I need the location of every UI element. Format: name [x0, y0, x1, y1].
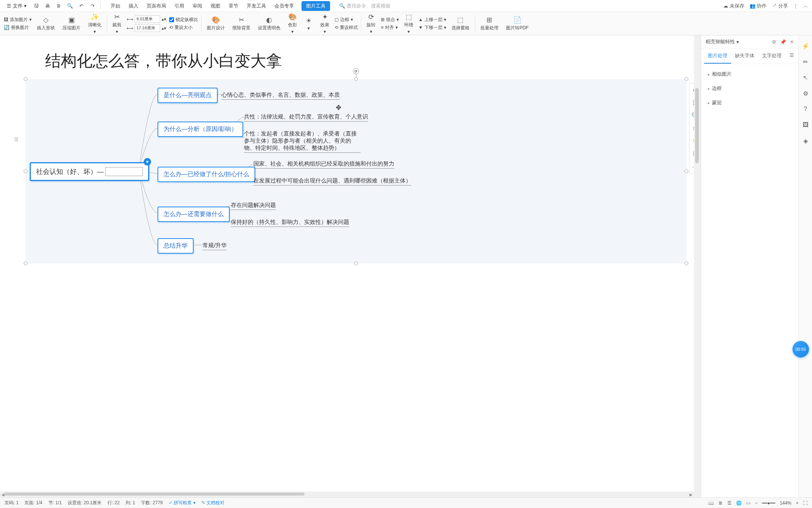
rail-adjust-icon[interactable]: ⚙ — [801, 89, 810, 98]
zoom-tool-icon[interactable]: 🔍 — [689, 109, 694, 122]
undo-icon[interactable]: ↶ — [76, 1, 86, 11]
view-page-icon[interactable]: 🗎 — [718, 500, 723, 506]
proofread-button[interactable]: ✎ 文档校对 — [201, 500, 224, 506]
insert-shape-button[interactable]: ◇插入形状 — [35, 16, 57, 31]
menu-tab[interactable]: 图片工具 — [301, 1, 330, 11]
menu-tab[interactable]: 审阅 — [192, 1, 203, 11]
lock-ratio-checkbox[interactable]: 锁定纵横比 — [169, 17, 198, 23]
menu-tab[interactable]: 引用 — [174, 1, 185, 11]
more-icon[interactable]: ⋮ — [793, 3, 798, 9]
zoom-value[interactable]: 144% — [780, 500, 791, 506]
zoom-out-icon[interactable]: − — [755, 500, 757, 506]
collapse-tool-icon[interactable]: ⊖ — [689, 84, 694, 96]
menu-tab[interactable]: 开始 — [110, 1, 121, 11]
zoom-slider[interactable]: ━━●━━ — [762, 500, 775, 506]
preview-icon[interactable]: 🗎 — [54, 1, 64, 11]
vertical-scrollbar[interactable] — [694, 35, 701, 497]
rail-tools-icon[interactable]: ⚡ — [801, 41, 810, 50]
view-mode-icon[interactable]: 📖 — [708, 500, 714, 506]
rail-ai-icon[interactable]: ◈ — [801, 136, 810, 145]
save-icon[interactable]: 🖫 — [31, 1, 41, 11]
horizontal-scrollbar[interactable]: ◀▶ — [0, 491, 694, 497]
print-icon[interactable]: 🖶 — [42, 1, 52, 11]
border-button[interactable]: ▢ 边框 ▾ — [335, 17, 358, 23]
resize-handle[interactable] — [354, 77, 358, 81]
mindmap-image[interactable]: ⟳ — [26, 79, 686, 263]
align-button[interactable]: ≡ 对齐 ▾ — [381, 24, 399, 31]
copy-tool-icon[interactable]: ⎘ — [689, 148, 694, 160]
panel-item[interactable]: 蒙层 — [701, 96, 798, 110]
replace-image-button[interactable]: 🔄替换图片 — [4, 24, 32, 31]
resize-handle[interactable] — [354, 262, 358, 265]
unsaved-indicator[interactable]: ☁ 未保存 — [723, 3, 744, 9]
add-image-button[interactable]: 🖼添加图片 ▾ — [4, 17, 32, 23]
redo-icon[interactable]: ↷ — [88, 1, 97, 11]
resize-handle[interactable] — [24, 169, 27, 173]
color-button[interactable]: 🎨色彩 ▾ — [286, 13, 299, 34]
resize-handle[interactable] — [685, 77, 688, 81]
timer-badge[interactable]: 00:55 — [792, 341, 809, 357]
rail-edit-icon[interactable]: ✏ — [801, 57, 810, 66]
crop-button[interactable]: ✂裁剪 ▾ — [110, 13, 124, 34]
select-pane-button[interactable]: ⬚选择窗格 — [449, 16, 472, 31]
resize-handle[interactable] — [24, 262, 27, 265]
image-design-button[interactable]: 🎨图片设计 — [205, 16, 227, 31]
menu-tab[interactable]: 插入 — [128, 1, 139, 11]
idea-tool-icon[interactable]: 💡 — [689, 135, 694, 148]
settings-icon[interactable]: ⚙ — [772, 39, 776, 45]
menu-tab[interactable]: 页面布局 — [146, 1, 167, 11]
resize-handle[interactable] — [685, 262, 688, 265]
combine-button[interactable]: ⊞ 组合 ▾ — [381, 17, 399, 23]
effect-button[interactable]: ✦效果 ▾ — [318, 13, 332, 34]
file-menu[interactable]: ☰ 文件 ▾ — [4, 2, 30, 10]
width-input[interactable]: ⟷ 9.01厘米 ▴▾ — [127, 15, 166, 23]
collab-button[interactable]: 👥 协作 — [750, 3, 767, 9]
height-input[interactable]: ⟷ 17.18厘米 ▴▾ — [127, 24, 166, 32]
collapse-badge[interactable]: ▼ — [144, 158, 151, 166]
remove-bg-button[interactable]: ✂抠除背景 — [230, 16, 253, 31]
reset-size-button[interactable]: ⟲ 重设大小 — [169, 24, 198, 31]
menu-tab[interactable]: 开发工具 — [246, 1, 267, 11]
view-web-icon[interactable]: 🌐 — [736, 500, 742, 506]
fullscreen-icon[interactable]: ⛶ — [803, 500, 807, 506]
view-read-icon[interactable]: ▭ — [746, 500, 750, 506]
batch-button[interactable]: ⊞批量处理 — [478, 16, 501, 31]
menu-tab[interactable]: 视图 — [210, 1, 221, 11]
collapse-ribbon-icon[interactable]: ︿ — [803, 3, 808, 9]
pin-icon[interactable]: 📌 — [780, 39, 786, 45]
panel-tab[interactable]: 缺失字体 — [731, 49, 758, 64]
clarity-button[interactable]: ✨清晰化 ▾ — [86, 13, 104, 34]
close-panel-icon[interactable]: ✕ — [790, 39, 794, 45]
view-outline-icon[interactable]: ☰ — [727, 500, 732, 506]
layout-tool-icon[interactable]: ☰ — [689, 96, 694, 109]
panel-menu-icon[interactable]: ☰ — [788, 49, 795, 64]
panel-title[interactable]: 稻壳智能特性 ▾ — [706, 38, 739, 45]
resize-handle[interactable] — [685, 169, 688, 173]
brightness-icon[interactable]: ☀▾ — [302, 17, 315, 31]
search-doc-icon[interactable]: 🔍 — [65, 1, 75, 11]
menu-tab[interactable]: 章节 — [228, 1, 239, 11]
menu-tab[interactable]: 会员专享 — [274, 1, 295, 11]
rail-photo-icon[interactable]: 🖼 — [801, 120, 810, 129]
share-button[interactable]: ↗ 分享 — [772, 3, 788, 9]
crop-tool-icon[interactable]: ✂ — [689, 122, 694, 135]
wrap-button[interactable]: ⬚环绕 ▾ — [402, 13, 415, 34]
zoom-in-icon[interactable]: + — [796, 500, 798, 506]
transparency-button[interactable]: ◐设置透明色 — [256, 16, 283, 31]
rotate-button[interactable]: ⟳旋转 ▾ — [364, 13, 378, 34]
down-layer-button[interactable]: ▼ 下移一层 ▾ — [418, 24, 446, 31]
panel-item[interactable]: 相似图片 — [701, 67, 798, 81]
panel-tab[interactable]: 文字处理 — [758, 49, 785, 64]
panel-tab[interactable]: 图片处理 — [704, 49, 731, 64]
more-tool-icon[interactable]: ⋯ — [689, 160, 694, 173]
to-pdf-button[interactable]: 📄图片转PDF — [504, 16, 531, 31]
resize-handle[interactable] — [24, 77, 27, 81]
rail-help-icon[interactable]: ? — [801, 105, 810, 114]
up-layer-button[interactable]: ▲ 上移一层 ▾ — [418, 17, 446, 23]
spellcheck-button[interactable]: ✓ 拼写检查 ▾ — [169, 500, 195, 506]
panel-item[interactable]: 边框 — [701, 81, 798, 96]
reset-style-button[interactable]: ⟲ 重设样式 — [335, 24, 358, 31]
command-search[interactable]: 🔍 查找命令、搜索模板 — [339, 3, 391, 9]
rail-cursor-icon[interactable]: ↖ — [801, 73, 810, 82]
compress-button[interactable]: ▣压缩图片 — [60, 16, 83, 31]
